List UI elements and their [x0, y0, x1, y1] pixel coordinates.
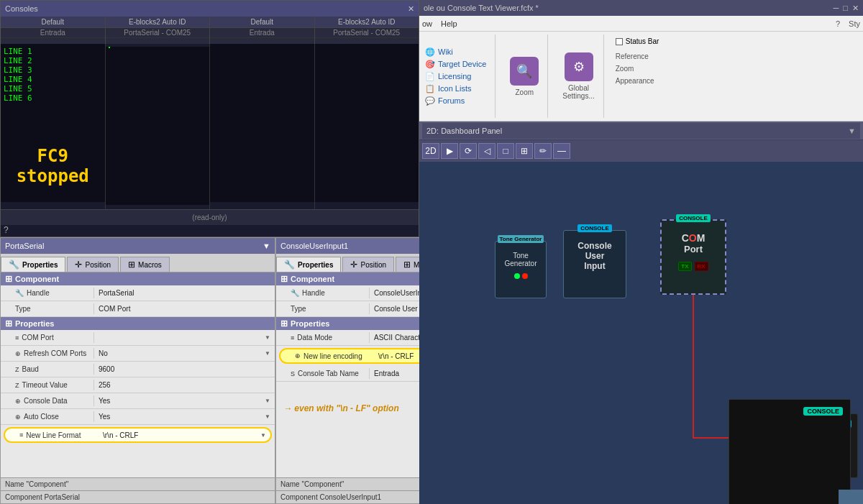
console-user-input-component[interactable]: CONSOLE ConsoleUserInput [563, 230, 626, 298]
console-user-input-title: ConsoleUserInput [564, 235, 626, 277]
baud-row: Z Baud 9600 [1, 362, 275, 377]
tab-position-right[interactable]: ✛ Position [342, 257, 394, 272]
status-bar-label: Status Bar [626, 37, 659, 45]
col4-subheader: PortaSerial - COM25 [315, 28, 419, 38]
refresh-com-label: ⊕ Refresh COM Ports [1, 348, 94, 359]
maximize-btn[interactable]: □ [843, 4, 848, 13]
forums-link[interactable]: 💬 Forums [425, 96, 486, 106]
com-port-row: ≡ COM Port ▼ [1, 330, 275, 346]
new-line-encoding-label: ⊕ New line encoding [280, 351, 374, 362]
icon-lists-link[interactable]: 📋 Icon Lists [425, 84, 486, 93]
dashboard-canvas: Tone Generator ToneGenerator CONSOLE Con… [419, 162, 863, 504]
toolbar-pencil-btn[interactable]: ✏ [534, 143, 552, 159]
props-left-dropdown[interactable]: ▼ [262, 242, 270, 250]
props-right-title: ConsoleUserInput1 [280, 242, 348, 250]
main-title: ole ou Console Text Viewer.fcfx * [424, 4, 539, 12]
console-col1-content: LINE 1 LINE 2 LINE 3 LINE 4 LINE 5 LINE … [1, 44, 105, 202]
timeout-label: Z Timeout Value [1, 380, 94, 390]
timeout-row: Z Timeout Value 256 [1, 377, 275, 393]
main-titlebar: ole ou Console Text Viewer.fcfx * ─ □ ✕ [419, 0, 863, 16]
toolbar-refresh-btn[interactable]: ⟳ [460, 143, 477, 159]
props-left-titlebar: PortaSerial ▼ [1, 238, 275, 254]
new-line-format-value[interactable]: \r\n - CRLF▼ [99, 430, 270, 441]
toolbar-back-btn[interactable]: ◁ [478, 143, 496, 159]
readonly-text: (read-only) [192, 214, 227, 221]
minimize-btn[interactable]: ─ [834, 4, 839, 13]
toolbar-stop-btn[interactable]: □ [497, 143, 514, 159]
auto-close-row: ⊕ Auto Close Yes▼ [1, 409, 275, 425]
status-bar-checkbox[interactable] [616, 38, 623, 45]
console-col4-content [315, 44, 419, 202]
menu-bar: ow Help ? Sty [419, 16, 863, 32]
zoom-label: Zoom [515, 88, 534, 96]
panel-label-dropdown[interactable]: 2D: Dashboard Panel ▼ [422, 123, 860, 139]
auto-close-label: ⊕ Auto Close [1, 411, 94, 422]
console-panel-badge: CONSOLE [803, 407, 843, 416]
licensing-link[interactable]: 📄 Licensing [425, 72, 486, 81]
dark-panel: CONSOLE [729, 399, 851, 504]
tab-properties-right[interactable]: 🔧 Properties [276, 257, 341, 272]
tone-generator-component[interactable]: Tone Generator ToneGenerator [495, 241, 547, 298]
handle-value-left: PortaSerial [94, 288, 275, 298]
console-col2-content [106, 47, 210, 205]
col2-subheader: PortaSerial - COM25 [106, 28, 210, 38]
com-port-badge: CONSOLE [676, 214, 711, 222]
info-text-1-right: Name "Component" [280, 480, 344, 488]
annotation-arrow: → even with "\n - LF" option [283, 403, 399, 413]
appearance-label: Appearance [616, 77, 659, 85]
main-status-bar: Zoom = 90.6% (-308.31, 28.38) [839, 490, 863, 504]
type-label-right: Type [276, 303, 370, 314]
com-port-component[interactable]: CONSOLE COM Port TX RX [660, 219, 726, 295]
wiki-link[interactable]: 🌐 Wiki [425, 47, 486, 57]
type-label-left: Type [1, 303, 94, 314]
consoles-close-btn[interactable]: ✕ [408, 4, 414, 14]
consoles-title: Consoles [5, 4, 38, 13]
console-data-value[interactable]: Yes▼ [94, 395, 275, 406]
zoom-icon[interactable]: 🔍 [510, 57, 539, 86]
toolbar-2d-btn[interactable]: 2D [422, 143, 439, 159]
info-text-2-right: Component ConsoleUserInput1 [280, 493, 381, 501]
info-text-2-left: Component PortaSerial [5, 493, 80, 501]
tab-macros-left[interactable]: ⊞ Macros [120, 257, 170, 272]
com-port-value[interactable]: ▼ [94, 333, 275, 342]
col3-subheader: Entrada [210, 28, 314, 38]
com-port-tx[interactable]: TX [678, 262, 691, 271]
com-port-rx[interactable]: RX [695, 262, 708, 271]
handle-row-left: 🔧 Handle PortaSerial [1, 285, 275, 301]
tone-gen-led-red [522, 273, 528, 279]
col1-subheader: Entrada [1, 28, 105, 38]
col3-header: Default [210, 17, 314, 28]
toolbar-play-btn[interactable]: ▶ [441, 143, 458, 159]
handle-label-right: 🔧 Handle [276, 288, 370, 298]
status-bar-checkbox-area[interactable]: Status Bar [616, 37, 659, 45]
refresh-com-row: ⊕ Refresh COM Ports No▼ [1, 346, 275, 362]
fc9-stopped-text: FC9 stopped [4, 103, 102, 186]
annotation-text: even with "\n - LF" option [294, 403, 398, 413]
panel-label: 2D: Dashboard Panel [426, 127, 502, 135]
refresh-com-value[interactable]: No▼ [94, 348, 275, 359]
toolbar-line-btn[interactable]: — [553, 143, 570, 159]
window-controls: ─ □ ✕ [834, 4, 859, 13]
tab-position-left[interactable]: ✛ Position [67, 257, 119, 272]
menu-ow[interactable]: ow [422, 19, 432, 28]
global-settings-icon[interactable]: ⚙ [565, 52, 593, 81]
properties-section-left: ⊞ Properties [1, 317, 275, 330]
menu-help[interactable]: Help [441, 19, 457, 28]
timeout-value: 256 [94, 380, 275, 390]
console-readonly-bar: (read-only) [1, 209, 419, 225]
toolbar-grid-btn[interactable]: ⊞ [516, 143, 533, 159]
props-left-panel: PortaSerial ▼ 🔧 Properties ✛ Position ⊞ … [0, 237, 275, 504]
tab-properties-left[interactable]: 🔧 Properties [1, 257, 65, 272]
reference-label: Reference [616, 52, 659, 60]
baud-value: 9600 [94, 364, 275, 375]
handle-label-left: 🔧 Handle [1, 288, 94, 298]
auto-close-value[interactable]: Yes▼ [94, 411, 275, 422]
close-btn[interactable]: ✕ [852, 4, 859, 13]
target-device-link[interactable]: 🎯 Target Device [425, 60, 486, 69]
com-port-label: ≡ COM Port [1, 332, 94, 343]
data-mode-label: ≡ Data Mode [276, 332, 370, 343]
new-line-format-row: ≡ New Line Format \r\n - CRLF▼ [4, 427, 272, 443]
consoles-window: Consoles ✕ Default Entrada E-blocks2 Aut… [0, 0, 419, 237]
help-icon[interactable]: ? [4, 225, 9, 235]
console-data-label: ⊕ Console Data [1, 395, 94, 406]
